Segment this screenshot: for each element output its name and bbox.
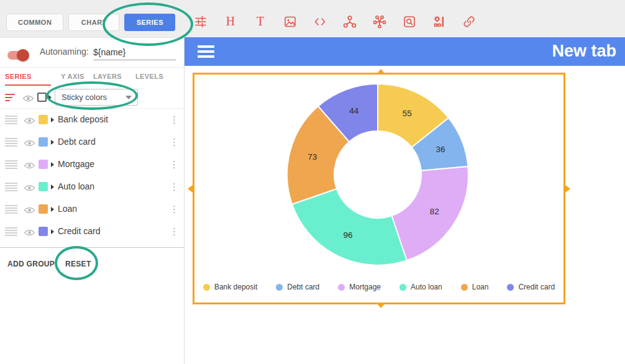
legend-dot bbox=[507, 284, 514, 291]
visibility-eye-icon[interactable] bbox=[24, 161, 35, 172]
series-color-swatch[interactable] bbox=[39, 182, 48, 191]
row-menu-icon[interactable]: ⋮ bbox=[170, 113, 179, 127]
legend-label: Credit card bbox=[518, 283, 555, 291]
legend-label: Auto loan bbox=[411, 283, 442, 291]
drag-handle-icon[interactable] bbox=[5, 227, 17, 239]
heading-icon[interactable]: H bbox=[224, 15, 237, 29]
series-color-swatch[interactable] bbox=[39, 160, 48, 169]
series-row: Credit card⋮ bbox=[0, 221, 184, 243]
visibility-eye-icon[interactable] bbox=[24, 228, 35, 239]
row-menu-icon[interactable]: ⋮ bbox=[170, 158, 179, 171]
sort-filter-icon[interactable] bbox=[5, 93, 17, 102]
select-all-checkbox[interactable] bbox=[37, 93, 47, 102]
donut-slice-auto-loan[interactable] bbox=[292, 189, 407, 265]
series-color-swatch[interactable] bbox=[39, 115, 48, 124]
autonaming-toggle[interactable] bbox=[7, 51, 27, 60]
legend-label: Loan bbox=[472, 283, 489, 291]
series-label: Auto loan bbox=[58, 181, 94, 191]
resize-handle-right[interactable] bbox=[565, 185, 570, 193]
expand-caret-icon[interactable] bbox=[51, 140, 54, 145]
series-row: Mortgage⋮ bbox=[0, 153, 184, 176]
series-label: Credit card bbox=[58, 226, 100, 236]
chevron-down-icon bbox=[125, 96, 132, 99]
drag-handle-icon[interactable] bbox=[5, 183, 17, 194]
gear-settings-icon[interactable] bbox=[432, 15, 446, 29]
svg-text:T: T bbox=[257, 15, 264, 28]
zoom-box-icon[interactable] bbox=[403, 15, 416, 29]
row-menu-icon[interactable]: ⋮ bbox=[170, 135, 179, 149]
visibility-all-icon[interactable] bbox=[22, 94, 34, 102]
subtab-y-axis[interactable]: Y AXIS bbox=[61, 73, 84, 80]
visibility-eye-icon[interactable] bbox=[24, 139, 35, 150]
tab-chart[interactable]: CHART bbox=[68, 14, 119, 31]
sliders-icon[interactable] bbox=[194, 15, 208, 29]
row-menu-icon[interactable]: ⋮ bbox=[170, 202, 179, 216]
series-label: Loan bbox=[58, 204, 77, 214]
series-row: Auto loan⋮ bbox=[0, 176, 184, 198]
row-menu-icon[interactable]: ⋮ bbox=[170, 225, 179, 239]
toggle-knob bbox=[17, 49, 29, 61]
autonaming-row: Autonaming: bbox=[0, 38, 184, 68]
series-list: Bank deposit⋮ Debt card⋮ Mortgage⋮ Auto … bbox=[0, 109, 184, 243]
legend-label: Mortgage bbox=[349, 283, 381, 291]
drag-handle-icon[interactable] bbox=[5, 138, 17, 149]
legend-item-mortgage[interactable]: Mortgage bbox=[338, 283, 381, 291]
legend-item-credit-card[interactable]: Credit card bbox=[507, 283, 555, 291]
autonaming-label: Autonaming: bbox=[40, 47, 89, 57]
checkbox-caret-icon[interactable] bbox=[48, 95, 52, 100]
visibility-eye-icon[interactable] bbox=[24, 116, 35, 127]
subtab-series[interactable]: SERIES bbox=[5, 73, 32, 80]
subtab-layers[interactable]: LAYERS bbox=[93, 73, 122, 80]
legend-item-auto-loan[interactable]: Auto loan bbox=[399, 283, 442, 291]
slice-value-label: 55 bbox=[403, 109, 412, 118]
reset-button[interactable]: RESET bbox=[65, 260, 91, 268]
panel-footer: ADD GROUP RESET bbox=[0, 257, 184, 274]
tab-common[interactable]: COMMON bbox=[6, 14, 63, 31]
drag-handle-icon[interactable] bbox=[5, 160, 17, 171]
svg-text:H: H bbox=[226, 15, 235, 28]
row-menu-icon[interactable]: ⋮ bbox=[170, 180, 179, 194]
subtab-levels[interactable]: LEVELS bbox=[135, 73, 163, 80]
colors-mode-dropdown[interactable]: Sticky colors bbox=[55, 89, 138, 106]
donut-chart: 553682967344 bbox=[193, 73, 565, 304]
series-color-swatch[interactable] bbox=[39, 137, 48, 147]
visibility-eye-icon[interactable] bbox=[24, 183, 35, 194]
expand-caret-icon[interactable] bbox=[51, 184, 54, 189]
slice-value-label: 73 bbox=[308, 152, 317, 162]
legend-item-bank-deposit[interactable]: Bank deposit bbox=[203, 283, 257, 291]
series-label: Debt card bbox=[58, 137, 96, 147]
visibility-eye-icon[interactable] bbox=[24, 206, 35, 217]
resize-handle-left[interactable] bbox=[188, 185, 193, 193]
chart-widget-selection[interactable]: 553682967344 Bank depositDebt cardMortga… bbox=[193, 73, 565, 304]
share-nodes-icon[interactable] bbox=[343, 15, 357, 29]
image-icon[interactable] bbox=[283, 15, 297, 29]
add-group-button[interactable]: ADD GROUP bbox=[7, 260, 55, 268]
legend-item-debt-card[interactable]: Debt card bbox=[276, 283, 319, 291]
legend-item-loan[interactable]: Loan bbox=[461, 283, 489, 291]
slice-value-label: 96 bbox=[343, 230, 352, 240]
panel-subtab-bar: SERIESY AXISLAYERSLEVELS bbox=[0, 70, 184, 88]
code-icon[interactable] bbox=[313, 15, 327, 29]
tab-header-bar: New tab bbox=[185, 37, 625, 66]
cluster-icon[interactable] bbox=[373, 15, 386, 29]
slice-value-label: 44 bbox=[349, 106, 359, 116]
series-settings-panel: Autonaming: SERIESY AXISLAYERSLEVELS Sti… bbox=[0, 37, 185, 364]
tab-title: New tab bbox=[552, 42, 616, 61]
expand-caret-icon[interactable] bbox=[51, 117, 54, 122]
expand-caret-icon[interactable] bbox=[51, 229, 54, 234]
series-color-swatch[interactable] bbox=[39, 204, 48, 214]
legend-dot bbox=[399, 284, 406, 291]
autonaming-input[interactable] bbox=[93, 44, 176, 60]
tab-series[interactable]: SERIES bbox=[124, 14, 175, 31]
drag-handle-icon[interactable] bbox=[5, 116, 17, 127]
menu-icon[interactable] bbox=[198, 45, 214, 58]
link-icon[interactable] bbox=[462, 15, 476, 29]
expand-caret-icon[interactable] bbox=[51, 207, 54, 212]
drag-handle-icon[interactable] bbox=[5, 205, 17, 216]
series-row: Debt card⋮ bbox=[0, 131, 184, 153]
chart-legend: Bank depositDebt cardMortgageAuto loanLo… bbox=[193, 283, 565, 291]
expand-caret-icon[interactable] bbox=[51, 162, 54, 167]
panel-divider bbox=[0, 247, 184, 248]
series-color-swatch[interactable] bbox=[39, 227, 48, 236]
text-icon[interactable]: T bbox=[253, 15, 267, 29]
